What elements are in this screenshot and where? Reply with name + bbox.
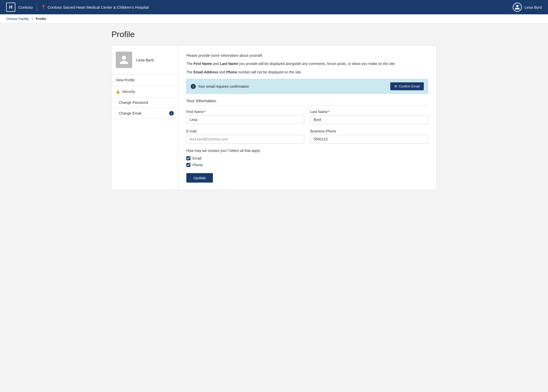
- pin-icon: 📍: [41, 5, 46, 9]
- email-input[interactable]: [186, 135, 304, 143]
- change-email-label: Change Email: [119, 111, 141, 115]
- contact-row: E-mail Business Phone: [186, 129, 428, 143]
- header-divider: [37, 3, 37, 11]
- bold-phone: Phone: [226, 70, 237, 74]
- bold-first-name: First Name: [193, 62, 212, 66]
- intro-line2: The First Name and Last Name you provide…: [186, 61, 428, 66]
- email-confirmation-banner: i Your email requires confirmation ✉ Con…: [186, 79, 428, 94]
- header-avatar: [513, 3, 522, 12]
- change-password-label: Change Password: [119, 100, 148, 105]
- bold-last-name: Last Name: [220, 62, 238, 66]
- security-label: Security: [122, 89, 135, 94]
- first-name-required: *: [204, 110, 206, 114]
- sidebar-avatar: [116, 52, 132, 68]
- contact-email-checkbox-label[interactable]: Email: [186, 156, 428, 160]
- email-group: E-mail: [186, 129, 304, 143]
- facility-name: Contoso Sacred Heart Medical Center & Ch…: [48, 5, 149, 9]
- phone-group: Business Phone: [310, 129, 428, 143]
- header-left: H Contoso 📍 Contoso Sacred Heart Medical…: [6, 3, 149, 12]
- sidebar-profile-name: Lesa Byrd: [136, 58, 154, 62]
- confirm-email-label: Confirm Email: [399, 84, 420, 88]
- confirm-email-envelope-icon: ✉: [394, 84, 397, 88]
- view-profile-label: View Profile: [116, 78, 135, 82]
- update-button[interactable]: Update: [186, 173, 213, 183]
- bold-email-address: Email Address: [193, 70, 218, 74]
- breadcrumb: Choose Facility > Profile: [0, 14, 548, 24]
- app-name: Contoso: [18, 5, 33, 9]
- last-name-input[interactable]: [310, 115, 428, 124]
- intro-line1: Please provide some information about yo…: [186, 53, 428, 58]
- name-row: First Name* Last Name*: [186, 110, 428, 124]
- email-label: E-mail: [186, 129, 304, 133]
- phone-label: Business Phone: [310, 129, 428, 133]
- sidebar: Lesa Byrd View Profile 🔒 Security Change…: [112, 46, 178, 190]
- sidebar-item-view-profile[interactable]: View Profile: [112, 74, 178, 86]
- change-email-info-icon: i: [169, 111, 174, 116]
- page-title: Profile: [111, 30, 437, 39]
- contact-email-label: Email: [192, 156, 201, 160]
- contact-checkboxes: Email Phone: [186, 156, 428, 167]
- alert-message: Your email requires confirmation: [198, 84, 249, 88]
- sidebar-security-header: 🔒 Security: [112, 86, 178, 97]
- breadcrumb-parent[interactable]: Choose Facility: [6, 17, 29, 21]
- contact-phone-label: Phone: [192, 163, 203, 167]
- lock-icon: 🔒: [116, 89, 120, 94]
- update-button-label: Update: [193, 176, 206, 180]
- first-name-label: First Name*: [186, 110, 304, 114]
- contact-question: How may we contact you? Select all that …: [186, 149, 428, 153]
- sidebar-item-change-email[interactable]: Change Email i: [112, 108, 178, 119]
- main-content: Please provide some information about yo…: [178, 46, 436, 190]
- intro-line3: The Email Address and Phone number will …: [186, 69, 428, 75]
- last-name-required: *: [328, 110, 329, 114]
- last-name-group: Last Name*: [310, 110, 428, 124]
- contact-email-checkbox[interactable]: [186, 156, 190, 160]
- header-facility: 📍 Contoso Sacred Heart Medical Center & …: [41, 5, 149, 9]
- contact-phone-checkbox-label[interactable]: Phone: [186, 163, 428, 167]
- confirm-email-button[interactable]: ✉ Confirm Email: [390, 82, 424, 90]
- first-name-group: First Name*: [186, 110, 304, 124]
- contact-phone-checkbox[interactable]: [186, 163, 190, 167]
- page-container: Profile Lesa Byrd View Profile 🔒 Securit…: [105, 24, 443, 196]
- app-logo: H: [6, 3, 15, 12]
- content-area: Lesa Byrd View Profile 🔒 Security Change…: [111, 45, 437, 190]
- last-name-label: Last Name*: [310, 110, 428, 114]
- header-username: Lesa Byrd: [524, 5, 542, 9]
- alert-banner-left: i Your email requires confirmation: [191, 84, 249, 89]
- breadcrumb-separator: >: [31, 17, 33, 21]
- sidebar-item-change-password[interactable]: Change Password: [112, 97, 178, 108]
- alert-info-icon: i: [191, 84, 196, 89]
- your-information-title: Your Information: [186, 99, 428, 106]
- breadcrumb-current: Profile: [36, 17, 46, 21]
- sidebar-profile-card: Lesa Byrd: [112, 46, 178, 74]
- header-right: Lesa Byrd: [513, 3, 542, 12]
- header: H Contoso 📍 Contoso Sacred Heart Medical…: [0, 0, 548, 14]
- phone-input[interactable]: [310, 135, 428, 143]
- first-name-input[interactable]: [186, 115, 304, 124]
